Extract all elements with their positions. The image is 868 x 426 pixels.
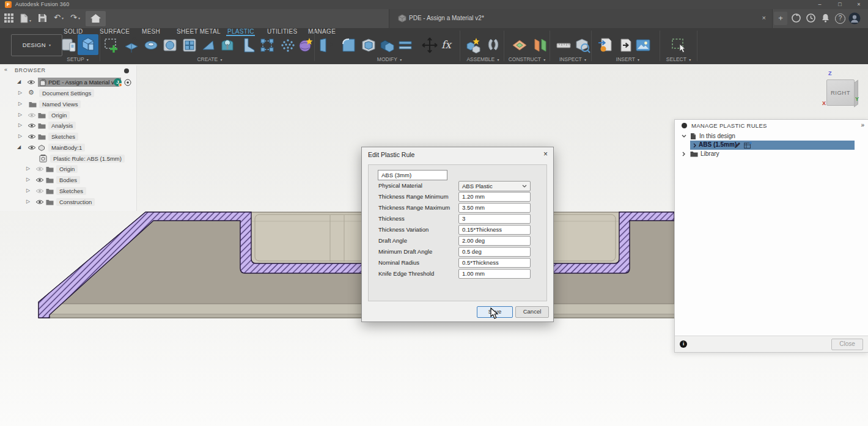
tree-collapsed-icon[interactable]: ▷ (26, 199, 30, 204)
change-parameters-icon[interactable]: fx (441, 37, 457, 54)
close-window-button[interactable]: × (851, 0, 867, 9)
workspace-selector[interactable]: DESIGN ▾ (11, 34, 62, 56)
eye-off-icon[interactable] (35, 166, 44, 172)
new-document-tab-button[interactable]: + (774, 12, 787, 25)
document-close-icon[interactable]: × (762, 14, 766, 21)
panel-expand-icon[interactable]: » (861, 122, 864, 128)
close-panel-button[interactable]: Close (831, 339, 863, 350)
thickness-variation-input[interactable]: 0.15*Thickness (458, 225, 531, 235)
user-avatar[interactable] (848, 12, 859, 23)
group-insert[interactable]: INSERT ▾ (616, 56, 639, 62)
tree-row-root[interactable]: ◢ PDE - Assign a Material v2 J (0, 78, 136, 87)
combine-window-icon[interactable] (182, 37, 197, 54)
tree-collapsed-icon[interactable]: ▷ (18, 101, 22, 106)
fillet-icon[interactable] (340, 37, 356, 54)
tree-expanded-icon[interactable]: ◢ (17, 144, 21, 150)
viewcube[interactable]: RIGHT (826, 79, 855, 106)
minimize-button[interactable]: – (812, 0, 828, 9)
group-modify[interactable]: MODIFY ▾ (377, 56, 402, 62)
joint-icon[interactable] (485, 37, 501, 54)
cancel-button[interactable]: Cancel (515, 306, 549, 318)
thickness-input[interactable]: 3 (458, 214, 531, 224)
collaborator-badge[interactable]: J (114, 78, 122, 86)
tab-plastic[interactable]: PLASTIC (227, 28, 254, 35)
mold-setup-icon[interactable] (61, 37, 77, 54)
notifications-bell-icon[interactable] (820, 13, 831, 24)
eye-icon[interactable] (28, 134, 36, 139)
file-menu-icon[interactable]: ▾ (20, 13, 31, 26)
edit-rule-pencil-icon[interactable] (734, 142, 741, 149)
tree-row-plastic-rule[interactable]: Plastic Rule: ABS (1.5mm) (0, 154, 136, 164)
tree-collapsed-icon[interactable]: ▷ (26, 166, 30, 171)
tab-manage[interactable]: MANAGE (308, 28, 336, 35)
select-icon[interactable] (671, 37, 687, 54)
tree-collapsed-icon[interactable]: ▷ (26, 188, 30, 193)
thicken-wedge-icon[interactable] (200, 37, 216, 54)
chevron-right-icon[interactable] (693, 143, 696, 148)
eye-icon[interactable] (28, 145, 36, 150)
tree-row-analysis[interactable]: ▷ Analysis (0, 121, 136, 131)
offset-plane-icon[interactable] (532, 37, 548, 54)
tree-row-mainbody[interactable]: ◢ MainBody:1 (0, 143, 136, 153)
tab-mesh[interactable]: MESH (142, 28, 160, 35)
rib-icon[interactable] (241, 37, 257, 54)
save-icon[interactable] (38, 13, 47, 25)
group-assemble[interactable]: ASSEMBLE ▾ (466, 56, 499, 62)
eye-icon[interactable] (35, 199, 44, 205)
eye-icon[interactable] (28, 123, 36, 128)
rule-row-library[interactable]: Library (675, 150, 868, 158)
group-select[interactable]: SELECT ▾ (666, 56, 691, 62)
app-grid-icon[interactable] (4, 13, 13, 25)
group-construct[interactable]: CONSTRUCT ▾ (509, 56, 546, 62)
tree-row-origin-2[interactable]: ▷ Origin (0, 164, 136, 174)
document-tab[interactable]: PDE - Assign a Material v2* × (389, 9, 773, 28)
physical-material-select[interactable]: ABS Plastic (458, 181, 531, 191)
nominal-radius-input[interactable]: 0.5*Thickness (458, 258, 531, 268)
combine-bodies-icon[interactable] (379, 37, 395, 54)
tree-row-sketches-2[interactable]: ▷ Sketches (0, 186, 136, 196)
root-item[interactable]: PDE - Assign a Material v2 (38, 78, 121, 87)
tab-sheet-metal[interactable]: SHEET METAL (177, 28, 221, 35)
minimum-draft-angle-input[interactable]: 0.5 deg (458, 247, 531, 257)
chevron-down-icon[interactable] (682, 134, 686, 138)
tree-collapsed-icon[interactable]: ▷ (18, 133, 22, 139)
snap-fit-icon[interactable] (259, 37, 275, 54)
info-icon[interactable]: i (680, 340, 687, 348)
new-component-icon[interactable] (465, 37, 481, 54)
construct-plane-icon[interactable] (512, 37, 528, 54)
dialog-close-icon[interactable]: × (543, 150, 548, 158)
tree-row-bodies[interactable]: ▷ Bodies (0, 175, 136, 185)
maximize-button[interactable]: □ (832, 0, 848, 9)
tree-collapsed-icon[interactable]: ▷ (26, 177, 30, 182)
move-icon[interactable] (422, 37, 438, 54)
eye-icon[interactable] (35, 177, 44, 183)
tree-row-document-settings[interactable]: ▷ ⚙ Document Settings (0, 89, 136, 98)
create-sketch-icon[interactable] (103, 37, 119, 54)
section-analysis-icon[interactable] (575, 37, 590, 54)
browser-collapse-icon[interactable]: « (4, 67, 7, 73)
group-setup[interactable]: SETUP ▾ (67, 56, 89, 62)
shell-icon[interactable] (361, 37, 377, 54)
measure-icon[interactable] (556, 37, 572, 54)
volumetric-lattice-icon[interactable] (298, 37, 314, 54)
eye-off-icon[interactable] (28, 112, 36, 118)
tab-utilities[interactable]: UTILITIES (267, 28, 297, 35)
sweep-icon[interactable] (162, 37, 178, 54)
insert-derive-icon[interactable] (617, 37, 633, 54)
group-inspect[interactable]: INSPECT ▾ (559, 56, 586, 62)
tree-row-origin[interactable]: ▷ Origin (0, 111, 136, 120)
revolve-icon[interactable] (143, 37, 159, 54)
job-status-icon[interactable] (791, 13, 802, 24)
thickness-range-max-input[interactable]: 3.50 mm (458, 203, 531, 213)
new-rule-icon[interactable] (744, 142, 752, 149)
help-icon[interactable]: ? (835, 13, 845, 24)
knife-edge-threshold-input[interactable]: 1.00 mm (458, 269, 531, 279)
tree-collapsed-icon[interactable]: ▷ (18, 122, 22, 128)
group-create[interactable]: CREATE ▾ (197, 56, 222, 62)
undo-icon[interactable]: ↶▾ (54, 13, 64, 22)
draft-angle-input[interactable]: 2.00 deg (458, 236, 531, 246)
viewcube-side-face[interactable] (854, 80, 858, 108)
tree-collapsed-icon[interactable]: ▷ (18, 112, 22, 117)
extrude-icon[interactable] (123, 37, 139, 54)
tree-row-construction[interactable]: ▷ Construction (0, 197, 136, 207)
